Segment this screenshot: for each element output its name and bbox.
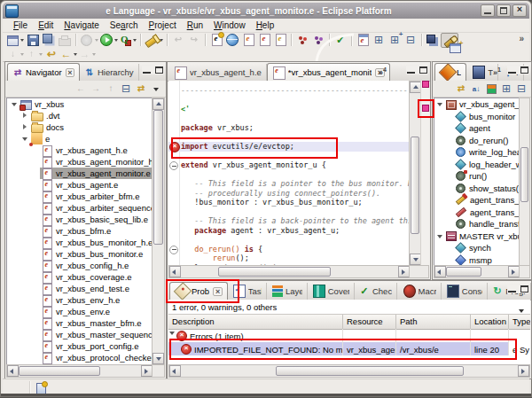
browse-globe-button[interactable] [224,34,240,47]
tree-collapsed-arrow-icon[interactable] [21,112,29,120]
scrollbar-thumb[interactable] [276,366,464,376]
navigator-vscrollbar[interactable] [152,98,165,365]
navigator-item-vr-xbus-basic-seq-lib-e[interactable]: vr_xbus_basic_seq_lib.e [7,214,153,225]
v-back-button[interactable]: ← [74,82,88,96]
maximize-button[interactable] [497,4,511,17]
expand-box-button[interactable]: ⊞ [499,82,513,96]
code-line[interactable]: <' [181,105,411,114]
close-button[interactable] [512,4,527,17]
expand-box-button[interactable]: ⊞ [371,34,387,47]
code-line[interactable]: rerun(); [181,254,411,263]
problems-tab-problem[interactable]: Problem× [169,282,228,300]
code-line[interactable] [181,114,411,124]
tree-expanded-arrow-icon[interactable] [436,232,444,240]
outline-item-show-status[interactable]: show_status() [434,183,520,195]
code-line[interactable] [181,235,411,245]
forward-button[interactable]: → [78,48,97,61]
menu-search[interactable]: Search [105,20,144,30]
outline-item-msmp[interactable]: msmp [434,254,520,267]
code-line[interactable]: do_rerun() is { [181,245,411,254]
scroll-left-icon[interactable] [434,266,446,277]
print-button[interactable] [57,34,73,47]
build-settings-button[interactable] [79,34,99,47]
problems-table-header[interactable]: DescriptionResourcePathLocationType [168,314,530,330]
maximize-view-icon[interactable] [154,66,164,74]
navigator-item-vr-xbus-arbiter-bfm-e[interactable]: vr_xbus_arbiter_bfm.e [7,191,153,202]
outline-item-vr-xbus-agent-mo[interactable]: vr_xbus_agent_mo [434,98,520,111]
navigator-item-vr-xbus[interactable]: vr_xbus [7,98,153,110]
titlebar[interactable]: e Language - vr_xbus/e/vr_xbus_agent_mon… [3,3,529,19]
navigator-item-vr-xbus-arbiter-sequence-h-e[interactable]: vr_xbus_arbiter_sequence_h.e [7,202,153,214]
new-wizard-button[interactable] [6,34,25,47]
navigator-item-vr-xbus-coverage-e[interactable]: vr_xbus_coverage.e [7,271,153,283]
column-header-type[interactable]: Type [509,315,530,329]
problems-tab-macros[interactable]: Macros [397,283,442,300]
fold-collapse-icon[interactable] [169,161,178,170]
tree-collapsed-arrow-icon[interactable] [21,123,29,131]
scroll-right-icon[interactable] [518,365,529,377]
link-editor-button[interactable]: ⇄ [454,82,468,96]
e-editor-button[interactable] [355,34,371,47]
navigator-tab-navigator[interactable]: ⇄Navigator× [7,63,80,81]
maximize-view-icon[interactable] [520,66,529,74]
editor-code[interactable]: ----------------------------------------… [181,86,411,266]
editor-vscrollbar[interactable] [409,81,421,266]
tree-expanded-arrow-icon[interactable] [11,100,19,108]
nav-down-button[interactable]: ↓ [6,48,25,61]
editor-tab-overflow[interactable]: »4 [379,66,387,77]
outline-item-handle-transfer[interactable]: handle_transfer_ [434,218,520,230]
new-e-file-button[interactable] [208,34,224,47]
navigator-item-vr-xbus-master-sequence-h-e[interactable]: vr_xbus_master_sequence_h.e [7,329,153,340]
link-editor-button[interactable]: ⇄ [134,82,148,96]
outline-item-agent-trans-end[interactable]: agent_trans_end [434,207,520,219]
outline-tab-l[interactable]: L [434,63,466,81]
code-line[interactable]: extend vr_xbus_agent_monitor_u { [181,160,411,170]
navigator-item-vr-xbus-bus-monitor-e[interactable]: vr_xbus_bus_monitor.e [7,248,153,260]
menu-run[interactable]: Run [182,20,208,30]
column-header-description[interactable]: Description [168,315,343,329]
errors-purple-button[interactable] [310,34,326,47]
e-doc-yellow-button[interactable] [272,34,288,47]
maximize-view-icon[interactable] [520,285,529,293]
cubes-button[interactable] [425,34,441,47]
check-green-button[interactable]: ✓ [332,34,348,47]
close-tab-icon[interactable]: × [66,68,74,77]
scroll-down-icon[interactable] [153,353,164,364]
code-line[interactable]: ----------------------------------------… [181,86,411,96]
editor-overview-ruler[interactable] [420,81,429,266]
error-marker[interactable] [422,105,429,112]
code-line[interactable] [181,207,411,217]
navigator-item-vr-xbus-agent-monitor-e[interactable]: vr_xbus_agent_monitor.e [7,168,153,179]
code-line[interactable] [181,170,411,180]
scroll-left-icon[interactable] [169,365,181,377]
editor-tab-vr-xbus-agent-h-e[interactable]: vr_xbus_agent_h.e [169,64,267,81]
problems-group-row[interactable]: Errors (1 item) [168,329,530,342]
navigator-tab-hierarchy[interactable]: ⇅Hierarchy [80,64,139,81]
navigator-item-vr-xbus-protocol-checker-e[interactable]: vr_xbus_protocol_checker.e [7,352,153,363]
outline-item-log-header-writt[interactable]: log_header_writt [434,159,520,171]
navigator-item-vr-xbus-bfm-e[interactable]: vr_xbus_bfm.e [7,225,153,237]
collapse-all-button[interactable]: ⊟ [514,82,528,96]
e-doc-orange-button[interactable] [240,34,256,47]
last-edit-button[interactable]: ↩ [43,48,59,61]
error-gutter-icon[interactable] [169,142,180,152]
collapse-box-button[interactable]: ⊟ [403,34,419,47]
fold-collapse-icon[interactable] [169,246,178,254]
scrollbar-thumb[interactable] [446,267,481,277]
run-button[interactable] [99,34,119,47]
outline-item-do-rerun[interactable]: do_rerun() [434,135,520,147]
problems-tab-checks[interactable]: ✓Checks [355,283,397,300]
column-header-resource[interactable]: Resource [343,315,396,329]
navigator-item-vr-xbus-agent-monitor-h-e[interactable]: vr_xbus_agent_monitor_h.e [7,156,153,168]
code-line[interactable]: -- This field is a pointer to the bus mo… [181,179,411,189]
code-line[interactable] [181,96,411,105]
scrollbar-thumb[interactable] [411,137,419,234]
navigator-item-vr-xbus-env-h-e[interactable]: vr_xbus_env_h.e [7,294,153,306]
minimize-view-icon[interactable] [406,66,416,74]
scroll-up-icon[interactable] [153,98,164,110]
scrollbar-thumb[interactable] [19,366,100,376]
scroll-left-icon[interactable] [169,266,181,277]
code-line[interactable] [181,152,411,161]
menu-window[interactable]: Window [208,20,251,30]
error-code-line[interactable]: import evcutils/e/evctop; [168,142,411,152]
